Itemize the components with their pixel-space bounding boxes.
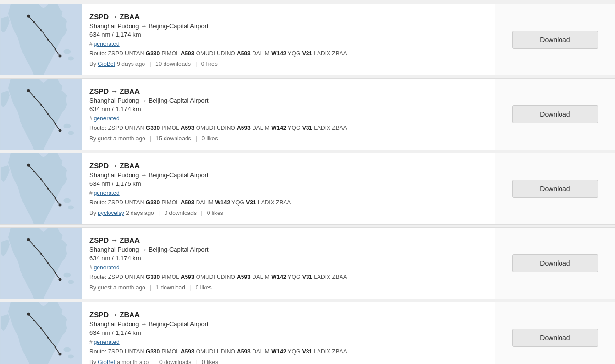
svg-point-41: [47, 337, 49, 339]
tags: #generated: [89, 115, 487, 122]
map-thumbnail: [0, 153, 82, 224]
route-name: Shanghai Pudong → Beijing-Capital Airpor…: [89, 171, 487, 179]
sep-1: |: [153, 359, 154, 364]
author-name: guest: [98, 284, 111, 291]
route-name: Shanghai Pudong → Beijing-Capital Airpor…: [89, 22, 487, 30]
svg-point-35: [27, 238, 30, 241]
tag-generated[interactable]: generated: [94, 41, 120, 47]
svg-point-12: [59, 129, 62, 132]
tag-hash: #: [89, 264, 93, 271]
flight-card-4: ZSPD → ZBAA Shanghai Pudong → Beijing-Ca…: [0, 227, 615, 299]
download-count: 10 downloads: [155, 61, 191, 67]
download-count: 15 downloads: [156, 135, 191, 142]
sep-1: |: [150, 135, 151, 142]
map-thumbnail: [0, 302, 82, 364]
svg-point-5: [47, 39, 49, 41]
route-name: Shanghai Pudong → Beijing-Capital Airpor…: [89, 97, 487, 104]
route-code: ZSPD → ZBAA: [89, 12, 487, 21]
svg-point-8: [27, 15, 30, 18]
route-name: Shanghai Pudong → Beijing-Capital Airpor…: [89, 246, 487, 253]
author-link[interactable]: pyclovelsy: [98, 210, 124, 216]
svg-point-38: [68, 355, 74, 359]
tag-generated[interactable]: generated: [94, 190, 120, 196]
meta-line: By guest a month ago | 15 downloads | 0 …: [89, 135, 487, 142]
page-container: ZSPD → ZBAA Shanghai Pudong → Beijing-Ca…: [0, 0, 615, 364]
svg-point-23: [47, 188, 49, 190]
svg-point-6: [40, 29, 42, 31]
sep-2: |: [196, 359, 198, 364]
author-link[interactable]: GioBet: [98, 359, 115, 364]
author-link[interactable]: GioBet: [98, 61, 115, 67]
meta-line: By GioBet a month ago | 0 downloads | 0 …: [89, 359, 487, 364]
svg-point-16: [33, 96, 35, 98]
download-button[interactable]: Download: [512, 31, 598, 49]
meta-line: By GioBet 9 days ago | 10 downloads | 0 …: [89, 61, 487, 67]
card-body: ZSPD → ZBAA Shanghai Pudong → Beijing-Ca…: [82, 302, 495, 364]
sep-2: |: [189, 284, 191, 291]
download-column: Download: [495, 79, 615, 150]
download-count: 0 downloads: [165, 210, 197, 216]
route-text: Route: ZSPD UNTAN G330 PIMOL A593 OMUDI …: [89, 273, 487, 281]
download-column: Download: [495, 153, 615, 224]
svg-point-29: [68, 280, 74, 284]
svg-point-13: [55, 123, 56, 125]
download-button[interactable]: Download: [512, 254, 598, 272]
author-name: guest: [98, 135, 111, 142]
tag-hash: #: [89, 339, 93, 345]
flight-card-3: ZSPD → ZBAA Shanghai Pudong → Beijing-Ca…: [0, 153, 615, 225]
svg-point-2: [68, 57, 74, 61]
route-code: ZSPD → ZBAA: [89, 161, 487, 170]
download-button[interactable]: Download: [512, 105, 598, 123]
tag-generated[interactable]: generated: [94, 264, 120, 271]
svg-point-43: [33, 320, 35, 321]
card-body: ZSPD → ZBAA Shanghai Pudong → Beijing-Ca…: [82, 153, 495, 224]
route-text: Route: ZSPD UNTAN G330 PIMOL A593 DALIM …: [89, 198, 487, 207]
meta-line: By guest a month ago | 1 download | 0 li…: [89, 284, 487, 291]
download-button[interactable]: Download: [512, 329, 598, 347]
tag-generated[interactable]: generated: [94, 339, 120, 345]
svg-point-24: [40, 178, 42, 180]
download-column: Download: [495, 4, 615, 75]
card-body: ZSPD → ZBAA Shanghai Pudong → Beijing-Ca…: [82, 79, 495, 150]
svg-point-28: [63, 273, 71, 278]
svg-point-1: [63, 49, 71, 54]
flight-card-1: ZSPD → ZBAA Shanghai Pudong → Beijing-Ca…: [0, 4, 615, 75]
svg-point-7: [33, 21, 35, 23]
distance: 634 nm / 1,174 km: [89, 31, 487, 38]
route-code: ZSPD → ZBAA: [89, 236, 487, 244]
svg-point-33: [40, 253, 42, 255]
sep-2: |: [195, 61, 197, 67]
svg-point-37: [63, 347, 71, 352]
svg-point-26: [27, 164, 30, 167]
download-count: 1 download: [156, 284, 185, 291]
svg-point-34: [33, 245, 35, 247]
route-code: ZSPD → ZBAA: [89, 87, 487, 95]
svg-point-25: [33, 171, 35, 172]
distance: 634 nm / 1,175 km: [89, 180, 487, 187]
svg-point-30: [59, 278, 62, 281]
sep-2: |: [201, 210, 202, 216]
svg-point-32: [47, 262, 49, 264]
tags: #generated: [89, 189, 487, 196]
svg-point-14: [47, 113, 49, 115]
like-count: 0 likes: [196, 284, 212, 291]
svg-point-44: [27, 313, 30, 316]
tag-hash: #: [89, 41, 93, 47]
download-button[interactable]: Download: [512, 180, 598, 198]
sep-1: |: [149, 61, 151, 67]
flight-card-5: ZSPD → ZBAA Shanghai Pudong → Beijing-Ca…: [0, 302, 615, 364]
svg-point-15: [40, 104, 42, 106]
distance: 634 nm / 1,174 km: [89, 106, 487, 113]
meta-line: By pyclovelsy 2 days ago | 0 downloads |…: [89, 210, 487, 216]
svg-point-19: [63, 198, 71, 203]
download-column: Download: [495, 228, 615, 299]
map-thumbnail: [0, 4, 82, 75]
svg-point-31: [55, 272, 56, 274]
svg-point-40: [55, 346, 56, 348]
sep-1: |: [158, 210, 160, 216]
tag-generated[interactable]: generated: [94, 115, 120, 122]
tag-hash: #: [89, 190, 93, 196]
card-body: ZSPD → ZBAA Shanghai Pudong → Beijing-Ca…: [82, 228, 495, 299]
svg-point-22: [55, 197, 56, 199]
like-count: 0 likes: [202, 359, 218, 364]
